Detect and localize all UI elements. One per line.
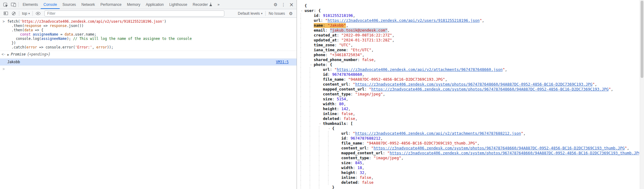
command-chevron [0,28,7,32]
json-link[interactable]: https://z3nadvocate406.zendesk.com/api/v… [355,131,521,136]
collapse-toggle[interactable]: - [310,62,314,67]
json-key: deleted [341,180,358,185]
indent-guide [301,185,310,189]
console-settings-gear-icon[interactable]: ⚙ [287,10,295,17]
command-chevron [0,37,7,41]
json-punct: , [364,170,367,175]
indent-spacer [319,97,323,102]
json-row: id: 9674787688212, [301,136,639,141]
json-punct: , [344,102,346,106]
json-punct: , [392,33,395,38]
log-source-link[interactable]: VM31:5 [276,60,289,64]
tab-sources[interactable]: Sources [60,0,79,9]
json-link[interactable]: https://z3nadvocate406.zendesk.com/syste… [371,87,608,92]
json-link[interactable]: https://z3nadvocate406.zendesk.com/syste… [373,146,624,151]
tab-recorder[interactable]: Recorder [190,0,215,9]
expand-triangle-icon[interactable]: ▶ [7,53,9,57]
log-levels-dropdown[interactable]: Default levels ▾ [236,11,264,16]
indent-guide [301,33,310,38]
indent-guide [301,67,310,72]
indent-guide [301,165,310,170]
json-link[interactable]: https://z3nadvocate406.zendesk.com/api/v… [328,18,480,23]
tab-lighthouse[interactable]: Lighthouse [167,0,190,9]
divider [265,11,266,16]
json-punct: : [325,28,330,33]
indent-guide [310,77,319,82]
indent-spacer [310,43,314,48]
indent-guide [328,156,337,160]
json-key: mapped_content_url [323,87,364,92]
json-punct: : [337,106,341,111]
inspect-element-button[interactable] [1,1,9,9]
json-str: " [371,146,374,151]
close-icon[interactable]: × [287,1,295,9]
indent-guide [310,170,319,175]
tab-application[interactable]: Application [143,0,167,9]
indent-guide [301,72,310,77]
collapse-toggle[interactable]: - [301,8,305,13]
json-punct: : [335,102,339,106]
vertical-scrollbar[interactable] [640,0,644,189]
device-toolbar-button[interactable] [9,1,17,9]
indent-guide [301,38,310,43]
indent-guide [301,151,310,156]
issues-counter[interactable]: No Issues [267,11,287,16]
tab-network[interactable]: Network [79,0,98,9]
console-prompt[interactable]: > [0,66,297,72]
json-key: phone [314,52,325,57]
kebab-menu-icon[interactable]: ⋮ [279,1,287,9]
json-key: mapped_content_url [341,151,383,156]
json-punct: , [627,146,629,151]
json-row: content_type: "image/jpeg", [301,92,639,97]
result-object-label[interactable]: Promise [11,52,25,56]
json-punct: : [353,165,358,170]
json-row: phone: "+34618725034", [301,52,639,57]
indent-guide [319,136,328,141]
console-sidebar-button[interactable] [2,10,10,17]
json-key: content_type [323,92,350,97]
indent-guide [310,151,319,156]
indent-guide [319,170,328,175]
collapse-toggle[interactable]: - [319,121,323,126]
javascript-context-selector[interactable]: top ▾ [21,11,31,16]
tab-memory[interactable]: Memory [124,0,143,9]
indent-guide [328,146,337,151]
command-chevron [0,41,7,45]
live-expression-button[interactable] [34,10,42,17]
json-str: " [325,18,328,23]
clear-console-button[interactable] [10,10,18,17]
indent-guide [319,151,328,156]
json-row: inline: false, [301,111,639,116]
indent-guide [301,141,310,146]
indent-guide [328,175,337,180]
json-row: mapped_content_url: "https://z3nadvocate… [301,87,639,92]
tab-console[interactable]: Console [41,0,60,9]
tab-performance[interactable]: Performance [98,0,124,9]
indent-spacer [310,57,314,62]
chevron-down-icon: ▾ [261,12,263,15]
scrollbar-thumb[interactable] [641,1,643,78]
json-row: name: "Jakobb", [301,23,639,28]
json-punct: , [362,160,365,165]
json-link[interactable]: https://z3nadvocate406.zendesk.com/syste… [355,82,592,87]
settings-gear-icon[interactable]: ⚙ [271,1,279,9]
indent-guide [328,136,337,141]
json-link[interactable]: https://z3nadvocate406.zendesk.com/syste… [390,151,639,156]
console-log-row-selected[interactable]: Jakobb VM31:5 [0,59,297,66]
console-filter-input[interactable] [44,10,224,17]
more-tabs-button[interactable]: » [215,2,222,7]
indent-guide [301,106,310,111]
indent-spacer [337,165,341,170]
eye-icon [36,12,40,15]
json-punct: , [383,92,385,97]
json-row: url: "https://z3nadvocate406.zendesk.com… [301,18,639,23]
indent-guide [310,141,319,146]
collapse-toggle[interactable]: - [328,126,332,131]
json-punct: , [611,87,613,92]
json-link[interactable]: https://z3nadvocate406.zendesk.com/api/v… [337,67,503,72]
json-punct: , [353,13,355,18]
console-code-line: const assigneeName = data.user.name; [0,32,297,37]
tab-label: Lighthouse [169,2,187,7]
tab-elements[interactable]: Elements [20,0,41,9]
indent-spacer [319,106,323,111]
